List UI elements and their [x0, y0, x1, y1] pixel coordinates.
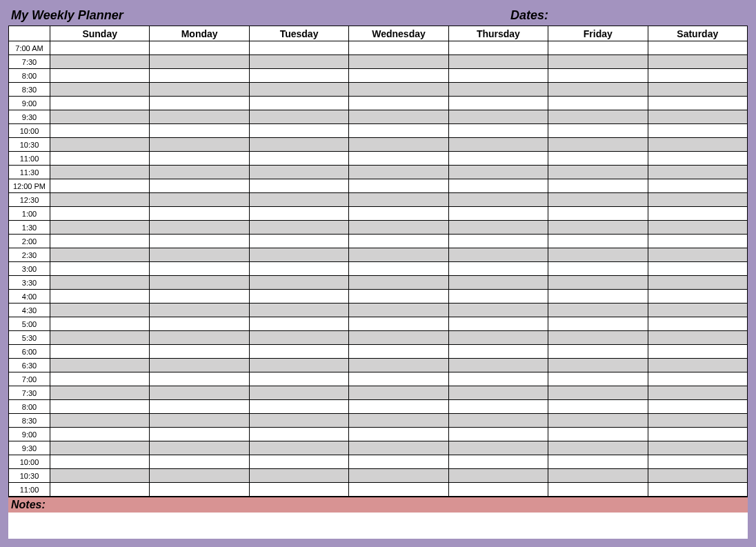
- planner-cell[interactable]: [349, 83, 448, 97]
- planner-cell[interactable]: [448, 400, 548, 414]
- planner-cell[interactable]: [50, 221, 150, 235]
- planner-cell[interactable]: [249, 290, 348, 304]
- planner-cell[interactable]: [249, 221, 348, 235]
- planner-cell[interactable]: [249, 207, 348, 221]
- planner-cell[interactable]: [448, 235, 548, 248]
- planner-cell[interactable]: [648, 414, 747, 428]
- planner-cell[interactable]: [50, 317, 150, 331]
- planner-cell[interactable]: [648, 41, 747, 55]
- planner-cell[interactable]: [648, 359, 747, 372]
- planner-cell[interactable]: [648, 179, 747, 193]
- planner-cell[interactable]: [548, 262, 648, 276]
- planner-cell[interactable]: [150, 97, 249, 110]
- planner-cell[interactable]: [548, 317, 648, 331]
- planner-cell[interactable]: [648, 400, 747, 414]
- planner-cell[interactable]: [648, 262, 747, 276]
- planner-cell[interactable]: [548, 441, 648, 455]
- planner-cell[interactable]: [50, 304, 150, 317]
- planner-cell[interactable]: [448, 304, 548, 317]
- planner-cell[interactable]: [648, 152, 747, 166]
- planner-cell[interactable]: [249, 55, 348, 69]
- planner-cell[interactable]: [150, 124, 249, 138]
- planner-cell[interactable]: [50, 138, 150, 152]
- planner-cell[interactable]: [548, 221, 648, 235]
- planner-cell[interactable]: [448, 331, 548, 345]
- planner-cell[interactable]: [150, 428, 249, 441]
- planner-cell[interactable]: [648, 207, 747, 221]
- planner-cell[interactable]: [548, 400, 648, 414]
- planner-cell[interactable]: [50, 359, 150, 372]
- planner-cell[interactable]: [50, 414, 150, 428]
- planner-cell[interactable]: [349, 455, 448, 469]
- planner-cell[interactable]: [150, 207, 249, 221]
- planner-cell[interactable]: [50, 55, 150, 69]
- planner-cell[interactable]: [50, 124, 150, 138]
- planner-cell[interactable]: [548, 69, 648, 83]
- notes-area[interactable]: [8, 513, 748, 539]
- planner-cell[interactable]: [448, 97, 548, 110]
- planner-cell[interactable]: [548, 138, 648, 152]
- planner-cell[interactable]: [448, 455, 548, 469]
- planner-cell[interactable]: [249, 179, 348, 193]
- planner-cell[interactable]: [648, 235, 747, 248]
- planner-cell[interactable]: [249, 235, 348, 248]
- planner-cell[interactable]: [249, 276, 348, 290]
- planner-cell[interactable]: [249, 124, 348, 138]
- planner-cell[interactable]: [349, 235, 448, 248]
- planner-cell[interactable]: [448, 193, 548, 207]
- planner-cell[interactable]: [548, 331, 648, 345]
- planner-cell[interactable]: [50, 400, 150, 414]
- planner-cell[interactable]: [448, 386, 548, 400]
- planner-cell[interactable]: [150, 193, 249, 207]
- planner-cell[interactable]: [548, 483, 648, 497]
- planner-cell[interactable]: [448, 317, 548, 331]
- planner-cell[interactable]: [249, 483, 348, 497]
- planner-cell[interactable]: [548, 386, 648, 400]
- planner-cell[interactable]: [249, 414, 348, 428]
- planner-cell[interactable]: [648, 469, 747, 483]
- planner-cell[interactable]: [349, 386, 448, 400]
- planner-cell[interactable]: [349, 124, 448, 138]
- planner-cell[interactable]: [648, 317, 747, 331]
- planner-cell[interactable]: [648, 221, 747, 235]
- planner-cell[interactable]: [448, 124, 548, 138]
- planner-cell[interactable]: [349, 193, 448, 207]
- planner-cell[interactable]: [150, 359, 249, 372]
- planner-cell[interactable]: [448, 276, 548, 290]
- planner-cell[interactable]: [648, 166, 747, 179]
- planner-cell[interactable]: [50, 152, 150, 166]
- planner-cell[interactable]: [349, 97, 448, 110]
- planner-cell[interactable]: [548, 124, 648, 138]
- planner-cell[interactable]: [150, 331, 249, 345]
- planner-cell[interactable]: [349, 331, 448, 345]
- planner-cell[interactable]: [150, 55, 249, 69]
- planner-cell[interactable]: [648, 386, 747, 400]
- planner-cell[interactable]: [50, 262, 150, 276]
- planner-cell[interactable]: [50, 207, 150, 221]
- planner-cell[interactable]: [349, 400, 448, 414]
- planner-cell[interactable]: [349, 248, 448, 262]
- planner-cell[interactable]: [50, 193, 150, 207]
- planner-cell[interactable]: [150, 83, 249, 97]
- planner-cell[interactable]: [349, 359, 448, 372]
- planner-cell[interactable]: [349, 262, 448, 276]
- planner-cell[interactable]: [50, 83, 150, 97]
- planner-cell[interactable]: [150, 41, 249, 55]
- planner-cell[interactable]: [648, 331, 747, 345]
- planner-cell[interactable]: [150, 152, 249, 166]
- planner-cell[interactable]: [150, 386, 249, 400]
- planner-cell[interactable]: [349, 41, 448, 55]
- planner-cell[interactable]: [50, 97, 150, 110]
- planner-cell[interactable]: [349, 469, 448, 483]
- planner-cell[interactable]: [448, 69, 548, 83]
- planner-cell[interactable]: [548, 235, 648, 248]
- planner-cell[interactable]: [548, 304, 648, 317]
- planner-cell[interactable]: [448, 359, 548, 372]
- planner-cell[interactable]: [349, 317, 448, 331]
- planner-cell[interactable]: [150, 179, 249, 193]
- planner-cell[interactable]: [349, 69, 448, 83]
- planner-cell[interactable]: [448, 83, 548, 97]
- planner-cell[interactable]: [448, 441, 548, 455]
- planner-cell[interactable]: [150, 69, 249, 83]
- planner-cell[interactable]: [249, 97, 348, 110]
